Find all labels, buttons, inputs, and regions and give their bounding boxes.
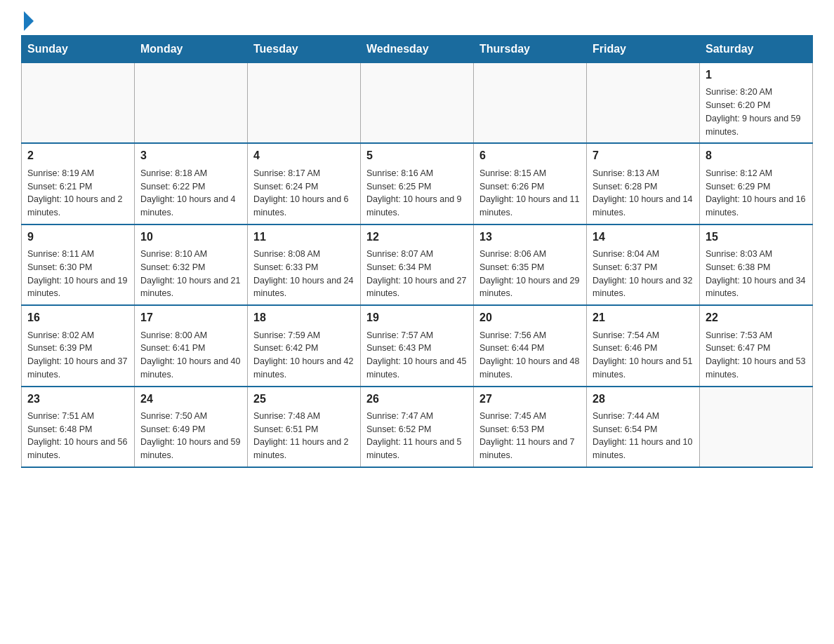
day-info: Sunrise: 7:54 AM Sunset: 6:46 PM Dayligh… [593,329,694,382]
day-info: Sunrise: 8:19 AM Sunset: 6:21 PM Dayligh… [27,167,128,220]
day-number: 9 [27,229,128,245]
calendar-day-cell: 2Sunrise: 8:19 AM Sunset: 6:21 PM Daylig… [22,143,135,224]
day-number: 11 [253,229,355,245]
day-of-week-header: Thursday [474,36,587,63]
calendar-day-cell: 18Sunrise: 7:59 AM Sunset: 6:42 PM Dayli… [248,305,361,386]
day-info: Sunrise: 8:17 AM Sunset: 6:24 PM Dayligh… [253,167,355,220]
day-of-week-header: Tuesday [248,36,361,63]
day-of-week-header: Wednesday [361,36,474,63]
day-number: 22 [706,310,807,326]
day-number: 21 [593,310,694,326]
page-header [21,14,813,28]
calendar-day-cell: 1Sunrise: 8:20 AM Sunset: 6:20 PM Daylig… [700,63,813,144]
day-info: Sunrise: 8:13 AM Sunset: 6:28 PM Dayligh… [593,167,694,220]
day-info: Sunrise: 7:56 AM Sunset: 6:44 PM Dayligh… [479,329,581,382]
day-number: 24 [140,391,241,407]
day-info: Sunrise: 7:50 AM Sunset: 6:49 PM Dayligh… [140,410,241,462]
calendar-day-cell: 10Sunrise: 8:10 AM Sunset: 6:32 PM Dayli… [135,224,248,305]
day-info: Sunrise: 8:00 AM Sunset: 6:41 PM Dayligh… [140,329,241,382]
day-info: Sunrise: 7:59 AM Sunset: 6:42 PM Dayligh… [253,329,355,382]
calendar-day-cell: 16Sunrise: 8:02 AM Sunset: 6:39 PM Dayli… [22,305,135,386]
calendar-day-cell: 20Sunrise: 7:56 AM Sunset: 6:44 PM Dayli… [474,305,587,386]
day-number: 2 [27,148,128,163]
day-info: Sunrise: 8:15 AM Sunset: 6:26 PM Dayligh… [479,167,581,220]
calendar-week-row: 2Sunrise: 8:19 AM Sunset: 6:21 PM Daylig… [22,143,813,224]
day-number: 19 [366,310,468,326]
calendar-day-cell [135,63,248,144]
day-number: 17 [140,310,241,326]
calendar-day-cell [700,387,813,467]
day-number: 14 [593,229,694,245]
calendar-day-cell: 7Sunrise: 8:13 AM Sunset: 6:28 PM Daylig… [587,143,700,224]
calendar-day-cell [248,63,361,144]
day-number: 23 [27,391,128,407]
calendar-week-row: 9Sunrise: 8:11 AM Sunset: 6:30 PM Daylig… [22,224,813,305]
calendar-day-cell: 23Sunrise: 7:51 AM Sunset: 6:48 PM Dayli… [22,387,135,467]
day-info: Sunrise: 8:06 AM Sunset: 6:35 PM Dayligh… [479,248,581,300]
day-info: Sunrise: 7:45 AM Sunset: 6:53 PM Dayligh… [479,410,581,462]
day-number: 25 [253,391,355,407]
calendar-week-row: 1Sunrise: 8:20 AM Sunset: 6:20 PM Daylig… [22,63,813,144]
calendar-day-cell: 5Sunrise: 8:16 AM Sunset: 6:25 PM Daylig… [361,143,474,224]
day-number: 7 [593,148,694,163]
day-of-week-header: Saturday [700,36,813,63]
day-info: Sunrise: 7:48 AM Sunset: 6:51 PM Dayligh… [253,410,355,462]
day-info: Sunrise: 8:08 AM Sunset: 6:33 PM Dayligh… [253,248,355,300]
calendar-day-cell: 15Sunrise: 8:03 AM Sunset: 6:38 PM Dayli… [700,224,813,305]
calendar-day-cell: 3Sunrise: 8:18 AM Sunset: 6:22 PM Daylig… [135,143,248,224]
day-number: 15 [706,229,807,245]
calendar-day-cell: 19Sunrise: 7:57 AM Sunset: 6:43 PM Dayli… [361,305,474,386]
day-number: 6 [479,148,581,163]
day-number: 16 [27,310,128,326]
day-info: Sunrise: 7:57 AM Sunset: 6:43 PM Dayligh… [366,329,468,382]
calendar-day-cell: 24Sunrise: 7:50 AM Sunset: 6:49 PM Dayli… [135,387,248,467]
day-number: 12 [366,229,468,245]
day-number: 27 [479,391,581,407]
calendar-day-cell: 26Sunrise: 7:47 AM Sunset: 6:52 PM Dayli… [361,387,474,467]
day-info: Sunrise: 8:10 AM Sunset: 6:32 PM Dayligh… [140,248,241,300]
day-number: 18 [253,310,355,326]
day-info: Sunrise: 8:18 AM Sunset: 6:22 PM Dayligh… [140,167,241,220]
calendar-week-row: 16Sunrise: 8:02 AM Sunset: 6:39 PM Dayli… [22,305,813,386]
calendar-header-row: SundayMondayTuesdayWednesdayThursdayFrid… [22,36,813,63]
logo [21,14,34,28]
day-number: 20 [479,310,581,326]
calendar-day-cell: 9Sunrise: 8:11 AM Sunset: 6:30 PM Daylig… [22,224,135,305]
day-number: 4 [253,148,355,163]
day-number: 3 [140,148,241,163]
calendar-day-cell: 28Sunrise: 7:44 AM Sunset: 6:54 PM Dayli… [587,387,700,467]
day-number: 8 [706,148,807,163]
calendar-day-cell: 12Sunrise: 8:07 AM Sunset: 6:34 PM Dayli… [361,224,474,305]
calendar-day-cell: 6Sunrise: 8:15 AM Sunset: 6:26 PM Daylig… [474,143,587,224]
day-of-week-header: Friday [587,36,700,63]
logo-triangle-icon [24,11,34,31]
day-info: Sunrise: 8:16 AM Sunset: 6:25 PM Dayligh… [366,167,468,220]
day-info: Sunrise: 8:11 AM Sunset: 6:30 PM Dayligh… [27,248,128,300]
calendar-day-cell: 21Sunrise: 7:54 AM Sunset: 6:46 PM Dayli… [587,305,700,386]
calendar-day-cell: 14Sunrise: 8:04 AM Sunset: 6:37 PM Dayli… [587,224,700,305]
calendar-day-cell [361,63,474,144]
calendar-table: SundayMondayTuesdayWednesdayThursdayFrid… [21,35,813,468]
day-info: Sunrise: 8:04 AM Sunset: 6:37 PM Dayligh… [593,248,694,300]
day-number: 13 [479,229,581,245]
calendar-day-cell: 13Sunrise: 8:06 AM Sunset: 6:35 PM Dayli… [474,224,587,305]
calendar-day-cell: 25Sunrise: 7:48 AM Sunset: 6:51 PM Dayli… [248,387,361,467]
day-info: Sunrise: 7:51 AM Sunset: 6:48 PM Dayligh… [27,410,128,462]
calendar-day-cell [22,63,135,144]
calendar-day-cell: 4Sunrise: 8:17 AM Sunset: 6:24 PM Daylig… [248,143,361,224]
calendar-day-cell: 17Sunrise: 8:00 AM Sunset: 6:41 PM Dayli… [135,305,248,386]
calendar-day-cell: 22Sunrise: 7:53 AM Sunset: 6:47 PM Dayli… [700,305,813,386]
day-number: 26 [366,391,468,407]
day-number: 28 [593,391,694,407]
day-number: 10 [140,229,241,245]
calendar-day-cell: 8Sunrise: 8:12 AM Sunset: 6:29 PM Daylig… [700,143,813,224]
calendar-day-cell: 27Sunrise: 7:45 AM Sunset: 6:53 PM Dayli… [474,387,587,467]
calendar-week-row: 23Sunrise: 7:51 AM Sunset: 6:48 PM Dayli… [22,387,813,467]
day-info: Sunrise: 7:44 AM Sunset: 6:54 PM Dayligh… [593,410,694,462]
day-info: Sunrise: 7:47 AM Sunset: 6:52 PM Dayligh… [366,410,468,462]
day-info: Sunrise: 8:03 AM Sunset: 6:38 PM Dayligh… [706,248,807,300]
day-of-week-header: Monday [135,36,248,63]
day-info: Sunrise: 7:53 AM Sunset: 6:47 PM Dayligh… [706,329,807,382]
day-of-week-header: Sunday [22,36,135,63]
day-info: Sunrise: 8:07 AM Sunset: 6:34 PM Dayligh… [366,248,468,300]
